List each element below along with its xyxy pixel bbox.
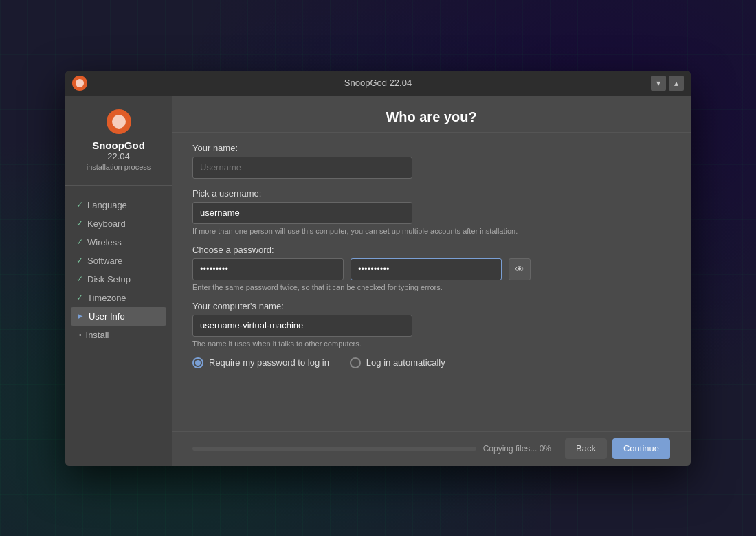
password-toggle-button[interactable]: 👁	[509, 258, 531, 280]
arrow-icon: ►	[76, 311, 85, 321]
login-options: Require my password to log in Log in aut…	[192, 357, 670, 368]
sidebar-item-install[interactable]: • Install	[71, 326, 166, 344]
nav-items: ✓ Language ✓ Keyboard ✓ Wireless ✓ Softw…	[65, 196, 172, 344]
computer-name-label: Your computer's name:	[192, 301, 670, 311]
content-area: SnoopGod 22.04 installation process ✓ La…	[65, 96, 691, 466]
app-name: SnoopGod	[72, 139, 165, 151]
continue-button[interactable]: Continue	[612, 438, 670, 459]
panel-footer: Copying files... 0% Back Continue	[172, 431, 691, 466]
sidebar-item-label: Disk Setup	[87, 274, 131, 284]
progress-label: Copying files... 0%	[483, 444, 551, 454]
password-label: Choose a password:	[192, 245, 670, 255]
sidebar: SnoopGod 22.04 installation process ✓ La…	[65, 96, 172, 466]
your-name-label: Your name:	[192, 143, 670, 153]
sidebar-item-language[interactable]: ✓ Language	[71, 196, 166, 214]
login-auto-option[interactable]: Log in automatically	[350, 357, 445, 368]
password2-input[interactable]	[351, 258, 502, 280]
footer-buttons: Back Continue	[565, 438, 670, 459]
check-icon: ✓	[76, 237, 83, 247]
window-title: SnoopGod 22.04	[344, 78, 412, 88]
dot-icon: •	[79, 331, 82, 339]
require-password-label: Require my password to log in	[209, 357, 329, 368]
sidebar-item-keyboard[interactable]: ✓ Keyboard	[71, 214, 166, 233]
sidebar-item-label: Software	[87, 256, 122, 266]
minimize-button[interactable]: ▾	[651, 76, 666, 91]
maximize-button[interactable]: ▴	[669, 76, 684, 91]
username-label: Pick a username:	[192, 188, 670, 199]
sidebar-item-label: Install	[86, 330, 109, 340]
your-name-group: Your name:	[192, 143, 670, 179]
password1-input[interactable]	[192, 258, 344, 280]
sidebar-item-wireless[interactable]: ✓ Wireless	[71, 233, 166, 252]
check-icon: ✓	[76, 274, 83, 284]
check-icon: ✓	[76, 256, 83, 265]
sidebar-item-label: Keyboard	[87, 219, 126, 229]
panel-title: Who are you?	[192, 109, 670, 125]
window-controls: ▾ ▴	[651, 76, 684, 91]
app-subtitle: installation process	[72, 163, 165, 171]
require-password-option[interactable]: Require my password to log in	[192, 357, 329, 368]
check-icon: ✓	[76, 219, 83, 228]
progress-bar	[192, 447, 476, 451]
computer-name-input[interactable]	[192, 315, 412, 337]
sidebar-item-software[interactable]: ✓ Software	[71, 252, 166, 270]
main-panel: Who are you? Your name: Pick a username:…	[172, 96, 691, 466]
login-auto-radio[interactable]	[350, 357, 361, 368]
sidebar-item-label: User Info	[89, 311, 125, 322]
login-auto-label: Log in automatically	[366, 357, 445, 368]
sidebar-item-disk-setup[interactable]: ✓ Disk Setup	[71, 270, 166, 289]
check-icon: ✓	[76, 293, 83, 302]
back-button[interactable]: Back	[565, 438, 607, 459]
installer-window: SnoopGod 22.04 ▾ ▴ SnoopGod 22.04 instal…	[65, 71, 691, 466]
check-icon: ✓	[76, 200, 83, 210]
password-hint: Enter the same password twice, so that i…	[192, 283, 670, 291]
progress-section: Copying files... 0%	[192, 444, 551, 454]
app-logo-icon	[72, 76, 87, 91]
password-row: 👁	[192, 258, 670, 280]
username-input[interactable]	[192, 202, 412, 224]
sidebar-logo-icon	[107, 109, 131, 134]
sidebar-item-label: Language	[87, 200, 127, 210]
panel-body: Your name: Pick a username: If more than…	[172, 133, 691, 431]
username-hint: If more than one person will use this co…	[192, 227, 670, 235]
panel-header: Who are you?	[172, 96, 691, 133]
sidebar-item-user-info[interactable]: ► User Info	[71, 307, 166, 326]
username-group: Pick a username: If more than one person…	[192, 188, 670, 235]
require-password-radio[interactable]	[192, 357, 203, 368]
password-group: Choose a password: 👁 Enter the same pass…	[192, 245, 670, 291]
eye-icon: 👁	[515, 264, 524, 275]
app-version: 22.04	[72, 151, 165, 161]
computer-name-hint: The name it uses when it talks to other …	[192, 339, 670, 348]
sidebar-item-timezone[interactable]: ✓ Timezone	[71, 289, 166, 307]
computer-name-group: Your computer's name: The name it uses w…	[192, 301, 670, 348]
sidebar-item-label: Timezone	[87, 293, 126, 303]
title-bar: SnoopGod 22.04 ▾ ▴	[65, 71, 691, 96]
app-info: SnoopGod 22.04 installation process	[65, 109, 172, 186]
sidebar-item-label: Wireless	[87, 237, 122, 247]
your-name-input[interactable]	[192, 157, 412, 179]
